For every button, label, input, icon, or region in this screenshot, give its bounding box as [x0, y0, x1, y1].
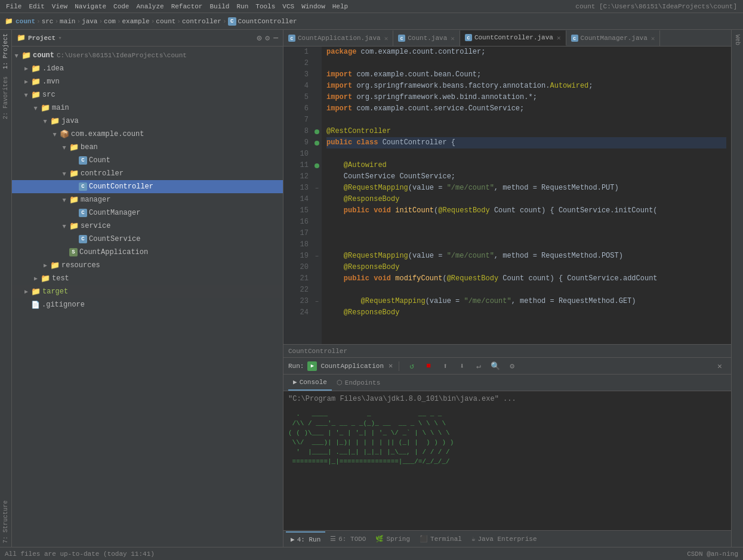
- tree-java[interactable]: ▶ 📁 java: [12, 115, 283, 128]
- tree-test[interactable]: ▶ 📁 test: [12, 272, 283, 285]
- tab-countcontroller[interactable]: C CountController.java ✕: [460, 30, 566, 46]
- tree-target[interactable]: ▶ 📁 target: [12, 285, 283, 298]
- tab-ca-close[interactable]: ✕: [384, 35, 389, 42]
- minimize-icon[interactable]: —: [273, 33, 278, 42]
- tab-endpoints[interactable]: ⬡ Endpoints: [332, 375, 385, 391]
- tree-countmanager[interactable]: C CountManager: [12, 206, 283, 219]
- tab-c-label: Count.java: [408, 35, 447, 42]
- tree-service[interactable]: ▶ 📁 service: [12, 219, 283, 233]
- settings-icon[interactable]: ⚙: [265, 33, 270, 43]
- filter-btn[interactable]: 🔍: [489, 360, 502, 373]
- tab-console[interactable]: ▶ Console: [288, 375, 332, 391]
- bc-file[interactable]: CountController: [238, 18, 297, 25]
- gutter-marker: –: [312, 250, 322, 262]
- bc-main[interactable]: main: [60, 18, 75, 25]
- tree-resources[interactable]: ▶ 📁 resources: [12, 259, 283, 272]
- tree-controller[interactable]: ▶ 📁 controller: [12, 167, 283, 180]
- bc-example[interactable]: example: [122, 18, 150, 25]
- bc-com[interactable]: com: [104, 18, 116, 25]
- restart-btn[interactable]: ↺: [405, 360, 418, 373]
- tree-manager[interactable]: ▶ 📁 manager: [12, 193, 283, 206]
- panel-dropdown[interactable]: ▾: [58, 34, 62, 42]
- gutter-marker: [312, 58, 322, 69]
- bottom-tab-java-ent[interactable]: ☕ Java Enterprise: [467, 531, 542, 547]
- target-arrow: ▶: [21, 288, 31, 295]
- menu-build[interactable]: Build: [206, 3, 233, 10]
- tree-mvn[interactable]: ▶ 📁 .mvn: [12, 75, 283, 88]
- bc-count[interactable]: count: [16, 18, 35, 25]
- bottom-tab-spring[interactable]: 🌿 Spring: [371, 531, 415, 547]
- tab-countapplication[interactable]: C CountApplication.java ✕: [283, 30, 393, 46]
- menu-vcs[interactable]: VCS: [279, 3, 298, 10]
- gutter-marker: [312, 69, 322, 81]
- menu-analyze[interactable]: Analyze: [132, 3, 167, 10]
- bc-src[interactable]: src: [42, 18, 54, 25]
- menu-tools[interactable]: Tools: [252, 3, 279, 10]
- tab-count[interactable]: C Count.java ✕: [393, 30, 460, 46]
- settings-run-btn[interactable]: ⚙: [505, 360, 519, 373]
- bc-count2[interactable]: count: [156, 18, 175, 25]
- menu-navigate[interactable]: Navigate: [71, 3, 110, 10]
- tree-gitignore[interactable]: 📄 .gitignore: [12, 298, 283, 311]
- menu-view[interactable]: View: [48, 3, 71, 10]
- vtab-web[interactable]: Web: [733, 30, 742, 50]
- tree-root[interactable]: ▶ 📁 count C:\Users\86151\IdeaProjects\co…: [12, 49, 283, 62]
- vtab-project[interactable]: 1: Project: [1, 30, 10, 73]
- breadcrumb: 📁 count › src › main › java › com › exam…: [0, 13, 743, 30]
- locate-icon[interactable]: ⊙: [257, 33, 262, 43]
- controller-file-icon: C: [228, 17, 236, 26]
- tree-countapp[interactable]: S CountApplication: [12, 246, 283, 259]
- menu-file[interactable]: File: [2, 3, 25, 10]
- vtab-structure[interactable]: 7: Structure: [1, 497, 10, 547]
- cc-label: CountController: [89, 182, 153, 191]
- bottom-tab-run[interactable]: ▶ 4: Run: [286, 531, 325, 547]
- tab-cm-label: CountManager.java: [581, 35, 648, 42]
- menu-code[interactable]: Code: [110, 3, 132, 10]
- bottom-tab-terminal[interactable]: ⬛ Terminal: [415, 531, 467, 547]
- tree-src[interactable]: ▶ 📁 src: [12, 88, 283, 101]
- mvn-folder-icon: 📁: [31, 77, 41, 86]
- scroll-down-btn[interactable]: ⬇: [455, 360, 468, 373]
- tree-count-java[interactable]: C Count: [12, 154, 283, 167]
- console-icon: ▶: [293, 378, 297, 386]
- stop-btn[interactable]: ■: [422, 360, 435, 373]
- menu-help[interactable]: Help: [329, 3, 352, 10]
- code-line: CountService CountService;: [326, 171, 726, 182]
- console-output[interactable]: "C:\Program Files\Java\jdk1.8.0_101\bin\…: [283, 391, 731, 530]
- terminal-icon: ⬛: [420, 535, 428, 543]
- code-line: [326, 216, 726, 228]
- bottom-tab-todo[interactable]: ☰ 6: TODO: [325, 531, 371, 547]
- tree-countcontroller[interactable]: C CountController: [12, 180, 283, 193]
- tab-cc-close[interactable]: ✕: [557, 34, 561, 42]
- code-content[interactable]: package com.example.count.controller;imp…: [322, 47, 731, 344]
- code-line: public void initCount(@RequestBody Count…: [326, 205, 726, 216]
- gutter-marker: [312, 115, 322, 126]
- gutter-marker: [312, 103, 322, 115]
- scroll-up-btn[interactable]: ⬆: [439, 360, 452, 373]
- tree-bean[interactable]: ▶ 📁 bean: [12, 141, 283, 154]
- tree-countservice[interactable]: C CountService: [12, 233, 283, 246]
- wrap-btn[interactable]: ↵: [472, 360, 485, 373]
- mvn-label: .mvn: [42, 78, 60, 86]
- tab-countmanager[interactable]: C CountManager.java ✕: [566, 30, 661, 46]
- code-line: [326, 58, 726, 69]
- menu-run[interactable]: Run: [233, 3, 252, 10]
- bc-java[interactable]: java: [82, 18, 97, 25]
- gutter-markers: –––: [312, 47, 322, 344]
- bean-folder-icon: 📁: [69, 143, 79, 152]
- src-arrow: ▶: [23, 91, 30, 100]
- run-close-icon[interactable]: ✕: [389, 361, 393, 370]
- tree-main[interactable]: ▶ 📁 main: [12, 101, 283, 115]
- menu-window[interactable]: Window: [298, 3, 329, 10]
- tree-package[interactable]: ▶ 📦 com.example.count: [12, 128, 283, 141]
- tree-idea[interactable]: ▶ 📁 .idea: [12, 62, 283, 75]
- menu-refactor[interactable]: Refactor: [168, 3, 206, 10]
- close-run-btn[interactable]: ✕: [713, 360, 726, 373]
- tab-cm-close[interactable]: ✕: [651, 35, 655, 42]
- vtab-favorites[interactable]: 2: Favorites: [1, 73, 10, 123]
- pkg-label: com.example.count: [71, 130, 144, 138]
- bc-controller[interactable]: controller: [182, 18, 221, 25]
- terminal-label: Terminal: [430, 536, 462, 543]
- menu-edit[interactable]: Edit: [25, 3, 48, 10]
- tab-c-close[interactable]: ✕: [451, 35, 455, 42]
